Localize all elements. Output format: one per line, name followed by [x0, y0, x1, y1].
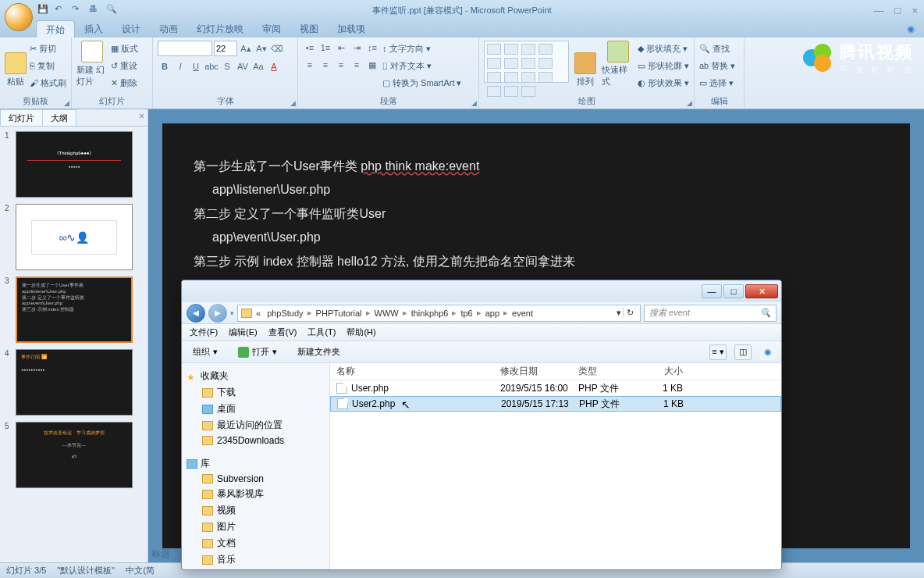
preview-pane-button[interactable]: ◫ [734, 344, 752, 360]
tab-home[interactable]: 开始 [36, 20, 75, 37]
menu-file[interactable]: 文件(F) [185, 325, 222, 340]
slide-thumb[interactable]: 5技术改变命运 学习成就梦想—本节完—🏷 [5, 422, 143, 488]
clear-format-icon[interactable]: ⌫ [270, 41, 284, 55]
tab-animation[interactable]: 动画 [150, 20, 187, 37]
sidebar-video[interactable]: 视频 [185, 502, 326, 519]
sidebar-music[interactable]: 音乐 [185, 551, 326, 568]
sidebar-downloads[interactable]: 下载 [185, 384, 326, 401]
sidebar-baofeng[interactable]: 暴风影视库 [185, 486, 326, 502]
explorer-window[interactable]: — □ ✕ ◄ ► ▾ « phpStudy▸ PHPTutorial▸ WWW… [181, 280, 782, 570]
menu-edit[interactable]: 编辑(E) [224, 325, 262, 340]
copy-button[interactable]: ⎘ 复制 [30, 58, 66, 73]
organize-button[interactable]: 组织 ▾ [187, 344, 224, 360]
text-direction-button[interactable]: ↕ 文字方向 ▾ [382, 41, 461, 56]
col-size[interactable]: 大小 [642, 365, 689, 378]
slide-thumb[interactable]: 1《Thinkphp6●●●》●●●●● [5, 131, 143, 198]
undo-icon[interactable]: ↶ [55, 4, 67, 16]
numbering-button[interactable]: 1≡ [318, 41, 332, 55]
shrink-font-icon[interactable]: A▾ [254, 41, 268, 55]
font-size-input[interactable] [214, 41, 237, 56]
shapes-gallery[interactable] [484, 41, 569, 83]
panel-close-icon[interactable]: × [139, 111, 144, 122]
dialog-launcher-icon[interactable]: ◢ [471, 99, 477, 107]
sidebar-libraries[interactable]: 库 [185, 455, 326, 472]
explorer-minimize-button[interactable]: — [702, 284, 722, 298]
sidebar-recent[interactable]: 最近访问的位置 [185, 417, 326, 434]
help-icon[interactable]: ◉ [907, 23, 915, 34]
align-text-button[interactable]: ⌷ 对齐文本 ▾ [382, 58, 461, 73]
italic-button[interactable]: I [173, 59, 187, 73]
tab-design[interactable]: 设计 [112, 20, 150, 37]
tab-addins[interactable]: 加载项 [328, 20, 375, 37]
shape-effects-button[interactable]: ◐ 形状效果 ▾ [638, 75, 689, 91]
align-right-button[interactable]: ≡ [334, 58, 348, 72]
menu-view[interactable]: 查看(V) [264, 325, 302, 340]
office-button[interactable] [5, 3, 33, 31]
arrange-button[interactable]: 排列 [572, 41, 599, 87]
spacing-button[interactable]: AV [236, 59, 250, 73]
nav-back-button[interactable]: ◄ [187, 304, 205, 323]
case-button[interactable]: Aa [251, 59, 265, 73]
dialog-launcher-icon[interactable]: ◢ [687, 99, 692, 107]
col-date[interactable]: 修改日期 [494, 365, 572, 378]
grow-font-icon[interactable]: A▴ [239, 41, 253, 55]
breadcrumb[interactable]: « phpStudy▸ PHPTutorial▸ WWW▸ thinkphp6▸… [237, 305, 641, 322]
menu-help[interactable]: 帮助(H) [342, 325, 380, 340]
dialog-launcher-icon[interactable]: ◢ [64, 99, 69, 107]
bullets-button[interactable]: •≡ [303, 41, 317, 55]
col-type[interactable]: 类型 [572, 365, 642, 378]
sidebar-2345[interactable]: 2345Downloads [185, 434, 326, 448]
font-name-input[interactable] [158, 41, 212, 56]
underline-button[interactable]: U [189, 59, 203, 73]
maximize-button[interactable]: □ [895, 5, 901, 16]
redo-icon[interactable]: ↷ [72, 4, 84, 16]
new-folder-button[interactable]: 新建文件夹 [291, 344, 346, 360]
cut-button[interactable]: ✂ 剪切 [30, 41, 66, 56]
paste-button[interactable]: 粘贴 [5, 41, 27, 87]
tab-view[interactable]: 视图 [290, 20, 328, 37]
strike-button[interactable]: abc [204, 59, 219, 73]
shape-outline-button[interactable]: ▭ 形状轮廓 ▾ [638, 58, 689, 73]
slide-thumbnails[interactable]: 1《Thinkphp6●●●》●●●●● 2∞∿👤 3第一步生成了一个User事… [0, 127, 147, 562]
notes-placeholder[interactable]: 标题 [151, 548, 170, 561]
smartart-button[interactable]: ▢ 转换为 SmartArt ▾ [382, 75, 461, 91]
indent-dec-button[interactable]: ⇤ [334, 41, 348, 55]
minimize-button[interactable]: — [874, 5, 884, 16]
help-button[interactable]: ◉ [759, 344, 777, 360]
col-name[interactable]: 名称 [330, 365, 494, 378]
tab-review[interactable]: 审阅 [253, 20, 290, 37]
shape-fill-button[interactable]: ◆ 形状填充 ▾ [638, 41, 689, 56]
preview-icon[interactable]: 🔍 [106, 4, 119, 16]
menu-tools[interactable]: 工具(T) [303, 325, 340, 340]
print-icon[interactable]: 🖶 [89, 4, 101, 16]
format-painter-button[interactable]: 🖌 格式刷 [30, 75, 66, 91]
indent-inc-button[interactable]: ⇥ [350, 41, 364, 55]
slide-thumb[interactable]: 4事件订阅 📶●●●●●●●●●● [5, 349, 143, 416]
sidebar-desktop[interactable]: 桌面 [185, 401, 326, 417]
replace-button[interactable]: ab 替换 ▾ [699, 58, 735, 73]
dialog-launcher-icon[interactable]: ◢ [290, 99, 296, 107]
explorer-maximize-button[interactable]: □ [723, 284, 744, 298]
dropdown-icon[interactable]: ▾ [617, 308, 621, 318]
sidebar-favorites[interactable]: ★收藏夹 [185, 368, 326, 384]
line-spacing-button[interactable]: ↕≡ [365, 41, 379, 55]
layout-button[interactable]: ▦ 版式 [111, 41, 138, 56]
sidebar-documents[interactable]: 文档 [185, 535, 326, 551]
bold-button[interactable]: B [158, 59, 172, 73]
tab-insert[interactable]: 插入 [75, 20, 112, 37]
tab-slideshow[interactable]: 幻灯片放映 [187, 20, 253, 37]
explorer-close-button[interactable]: ✕ [745, 284, 778, 298]
reset-button[interactable]: ↺ 重设 [111, 58, 138, 73]
nav-forward-button[interactable]: ► [208, 304, 227, 323]
font-color-button[interactable]: A [267, 59, 281, 73]
quick-styles-button[interactable]: 快速样式 [602, 41, 634, 87]
explorer-file-list[interactable]: 名称 修改日期 类型 大小 User.php 2019/5/15 16:00 P… [330, 363, 781, 569]
explorer-titlebar[interactable]: — □ ✕ [182, 280, 781, 302]
close-button[interactable]: × [912, 5, 918, 16]
new-slide-button[interactable]: 新建 幻灯片 [76, 41, 108, 87]
open-button[interactable]: 打开 ▾ [232, 344, 283, 360]
sidebar-svn[interactable]: Subversion [185, 472, 326, 486]
file-row[interactable]: User.php 2019/5/15 16:00 PHP 文件 1 KB [330, 380, 781, 396]
find-button[interactable]: 🔍 查找 [699, 41, 735, 56]
align-left-button[interactable]: ≡ [303, 58, 317, 72]
